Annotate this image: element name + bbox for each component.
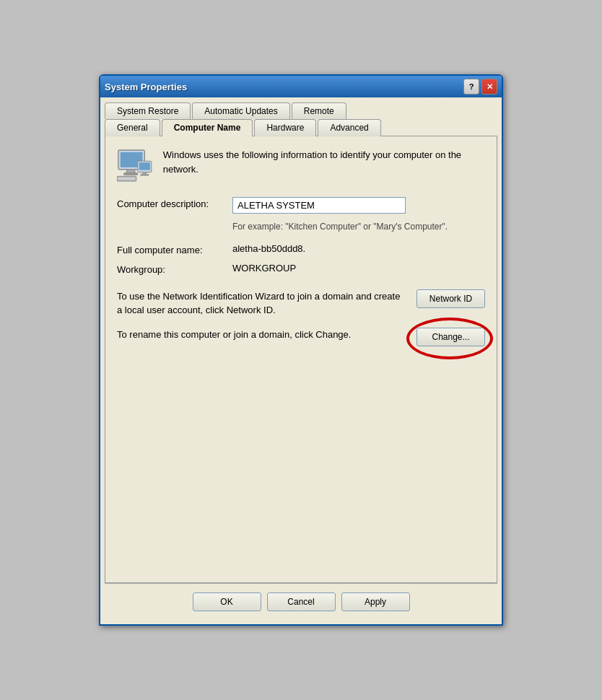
full-computer-name-row: Full computer name: aletha-bb50ddd8. (117, 243, 485, 255)
full-computer-name-value: aletha-bb50ddd8. (232, 243, 305, 254)
tab-computer-name[interactable]: Computer Name (162, 119, 253, 136)
close-button[interactable]: ✕ (481, 79, 497, 95)
network-id-row: To use the Network Identification Wizard… (117, 289, 485, 318)
workgroup-label: Workgroup: (117, 263, 232, 275)
change-row: To rename this computer or join a domain… (117, 328, 485, 346)
computer-description-input[interactable] (232, 197, 406, 214)
tab-row-2: General Computer Name Hardware Advanced (100, 118, 502, 136)
help-button[interactable]: ? (463, 79, 479, 95)
network-id-text: To use the Network Identification Wizard… (117, 289, 408, 318)
tab-remote[interactable]: Remote (292, 102, 346, 119)
tab-row-1: System Restore Automatic Updates Remote (100, 97, 502, 118)
wizard-section: To use the Network Identification Wizard… (117, 289, 485, 346)
svg-rect-6 (142, 172, 147, 175)
info-text: Windows uses the following information t… (163, 148, 485, 176)
svg-rect-2 (126, 170, 134, 173)
system-properties-window: System Properties ? ✕ System Restore Aut… (99, 74, 503, 626)
apply-button[interactable]: Apply (341, 592, 410, 611)
network-id-button[interactable]: Network ID (416, 289, 485, 308)
tab-advanced[interactable]: Advanced (318, 119, 380, 136)
bottom-buttons: OK Cancel Apply (105, 583, 497, 620)
svg-rect-3 (124, 173, 138, 175)
tab-system-restore[interactable]: System Restore (105, 102, 191, 119)
workgroup-value: WORKGROUP (232, 263, 296, 274)
tab-general[interactable]: General (105, 119, 160, 136)
change-button[interactable]: Change... (416, 328, 485, 346)
window-title: System Properties (105, 82, 187, 92)
change-button-wrapper: Change... (416, 328, 485, 346)
computer-icon (117, 148, 153, 183)
change-text: To rename this computer or join a domain… (117, 328, 408, 342)
full-computer-name-label: Full computer name: (117, 243, 232, 255)
title-bar: System Properties ? ✕ (100, 76, 502, 97)
tab-hardware[interactable]: Hardware (254, 119, 316, 136)
tab-content: Windows uses the following information t… (105, 136, 497, 583)
ok-button[interactable]: OK (193, 592, 261, 611)
info-section: Windows uses the following information t… (117, 148, 485, 183)
workgroup-row: Workgroup: WORKGROUP (117, 263, 485, 275)
svg-rect-9 (118, 178, 135, 180)
computer-description-row: Computer description: (117, 197, 485, 214)
computer-description-hint: For example: "Kitchen Computer" or "Mary… (232, 221, 485, 233)
computer-description-label: Computer description: (117, 197, 232, 209)
title-bar-buttons: ? ✕ (463, 79, 497, 95)
svg-rect-7 (141, 174, 149, 175)
svg-rect-5 (139, 162, 150, 170)
tab-automatic-updates[interactable]: Automatic Updates (192, 102, 289, 119)
cancel-button[interactable]: Cancel (267, 592, 336, 611)
